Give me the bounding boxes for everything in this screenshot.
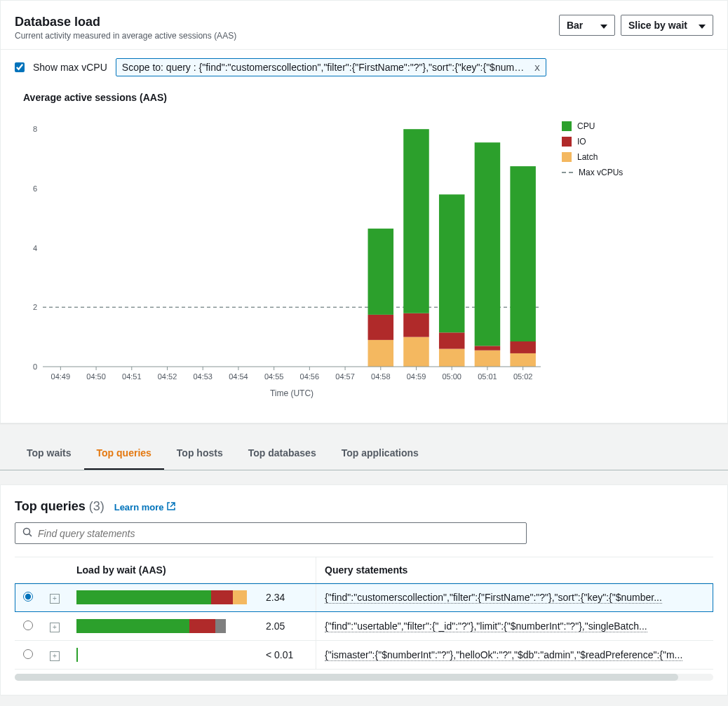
legend-item: Max vCPUs (562, 168, 623, 177)
scope-filter-token[interactable]: Scope to: query : {"find":"customerscoll… (116, 58, 546, 76)
svg-rect-15 (475, 351, 501, 367)
expand-icon[interactable]: + (50, 594, 60, 604)
tab-top-applications[interactable]: Top applications (329, 437, 431, 470)
svg-text:Time (UTC): Time (UTC) (270, 388, 314, 398)
svg-text:05:01: 05:01 (478, 372, 497, 381)
top-queries-table: Load by wait (AAS) Query statements +2.3… (15, 557, 713, 670)
close-icon[interactable]: x (534, 62, 540, 73)
scrollbar-thumb[interactable] (15, 674, 678, 681)
table-row[interactable]: +< 0.01{"ismaster":{"$numberInt":"?"},"h… (15, 641, 713, 670)
tab-top-waits[interactable]: Top waits (14, 437, 84, 470)
svg-text:4: 4 (33, 244, 37, 252)
svg-text:04:49: 04:49 (51, 372, 71, 381)
load-value: 2.05 (266, 620, 285, 632)
svg-text:05:02: 05:02 (513, 372, 533, 381)
load-segment-io (189, 619, 215, 633)
search-icon (22, 527, 32, 539)
table-row[interactable]: +2.05{"find":"usertable","filter":{"_id"… (15, 612, 713, 641)
color-swatch (562, 137, 572, 147)
svg-rect-9 (403, 337, 429, 367)
legend-item: IO (562, 137, 623, 147)
scope-filter-text: Scope to: query : {"find":"customerscoll… (122, 62, 529, 73)
load-segment-latch (233, 590, 248, 604)
slice-by-select[interactable]: Slice by wait (621, 15, 713, 36)
svg-text:04:51: 04:51 (122, 372, 142, 381)
load-cell: 2.05 (76, 619, 307, 633)
top-queries-section: Top queries (3) Learn more Load by wait … (0, 484, 728, 695)
dashed-line-icon (562, 172, 573, 173)
svg-text:04:53: 04:53 (193, 372, 213, 381)
svg-rect-6 (368, 340, 394, 367)
caret-down-icon (600, 20, 607, 31)
svg-text:2: 2 (33, 303, 37, 311)
svg-text:04:55: 04:55 (264, 372, 284, 381)
legend-label: IO (577, 137, 586, 147)
query-statement[interactable]: {"find":"customerscollection","filter":{… (325, 592, 662, 604)
slice-by-value: Slice by wait (628, 20, 687, 31)
svg-point-51 (24, 529, 30, 535)
svg-text:04:50: 04:50 (86, 372, 106, 381)
svg-rect-8 (368, 229, 394, 315)
svg-line-52 (29, 534, 32, 537)
caret-down-icon (699, 20, 706, 31)
load-value: 2.34 (266, 592, 285, 603)
svg-text:6: 6 (33, 184, 37, 193)
load-segment-cpu (76, 619, 189, 633)
svg-text:04:54: 04:54 (229, 372, 248, 381)
legend-label: CPU (577, 121, 595, 131)
row-select-radio[interactable] (23, 649, 33, 659)
svg-rect-13 (439, 332, 465, 348)
svg-text:8: 8 (33, 125, 37, 133)
learn-more-link[interactable]: Learn more (114, 502, 175, 512)
svg-rect-20 (510, 166, 536, 341)
color-swatch (562, 152, 572, 162)
col-load-by-wait: Load by wait (AAS) (68, 557, 316, 583)
table-row[interactable]: +2.34{"find":"customerscollection","filt… (15, 583, 713, 612)
query-search-box[interactable] (15, 522, 527, 544)
show-max-vcpu-checkbox[interactable] (15, 62, 25, 72)
external-link-icon (167, 502, 175, 512)
color-swatch (562, 121, 572, 131)
svg-rect-11 (403, 129, 429, 313)
legend-label: Max vCPUs (579, 168, 623, 177)
svg-text:0: 0 (33, 362, 37, 371)
legend-label: Latch (577, 152, 598, 162)
panel-subtitle: Current activity measured in average act… (15, 31, 236, 41)
chart-controls: Bar Slice by wait (559, 15, 713, 36)
expand-icon[interactable]: + (50, 623, 60, 632)
chart-area: Average active sessions (AAS) 0246804:49… (1, 85, 727, 423)
svg-text:04:57: 04:57 (335, 372, 355, 381)
load-segment-io (211, 590, 232, 604)
database-load-panel: Database load Current activity measured … (0, 0, 728, 423)
expand-icon[interactable]: + (50, 651, 60, 661)
dimension-tabs: Top waitsTop queriesTop hostsTop databas… (0, 437, 728, 470)
svg-rect-17 (475, 142, 501, 346)
horizontal-scrollbar[interactable] (15, 674, 713, 681)
row-select-radio[interactable] (23, 620, 33, 630)
chart-title: Average active sessions (AAS) (23, 92, 713, 103)
svg-rect-16 (475, 346, 501, 350)
query-statement[interactable]: {"find":"usertable","filter":{"_id":"?"}… (325, 620, 647, 632)
tab-top-databases[interactable]: Top databases (236, 437, 329, 470)
svg-text:04:52: 04:52 (158, 372, 177, 381)
load-cell: 2.34 (76, 590, 307, 604)
load-segment-other (215, 619, 227, 633)
tab-top-hosts[interactable]: Top hosts (164, 437, 236, 470)
query-statement[interactable]: {"ismaster":{"$numberInt":"?"},"helloOk"… (325, 649, 682, 661)
svg-text:04:58: 04:58 (371, 372, 391, 381)
col-query-statements: Query statements (316, 557, 713, 583)
filter-row: Show max vCPU Scope to: query : {"find":… (1, 50, 727, 85)
learn-more-text: Learn more (114, 502, 164, 512)
legend-item: Latch (562, 152, 623, 162)
query-search-input[interactable] (38, 528, 519, 539)
svg-text:05:00: 05:00 (442, 372, 461, 381)
load-cell: < 0.01 (76, 648, 307, 662)
svg-rect-19 (510, 341, 536, 353)
tab-top-queries[interactable]: Top queries (84, 437, 164, 470)
section-title: Top queries (3) (15, 499, 105, 514)
chart-type-value: Bar (567, 20, 583, 31)
row-select-radio[interactable] (23, 592, 33, 602)
load-bar (76, 619, 259, 633)
legend-item: CPU (562, 121, 623, 131)
chart-type-select[interactable]: Bar (559, 15, 615, 36)
